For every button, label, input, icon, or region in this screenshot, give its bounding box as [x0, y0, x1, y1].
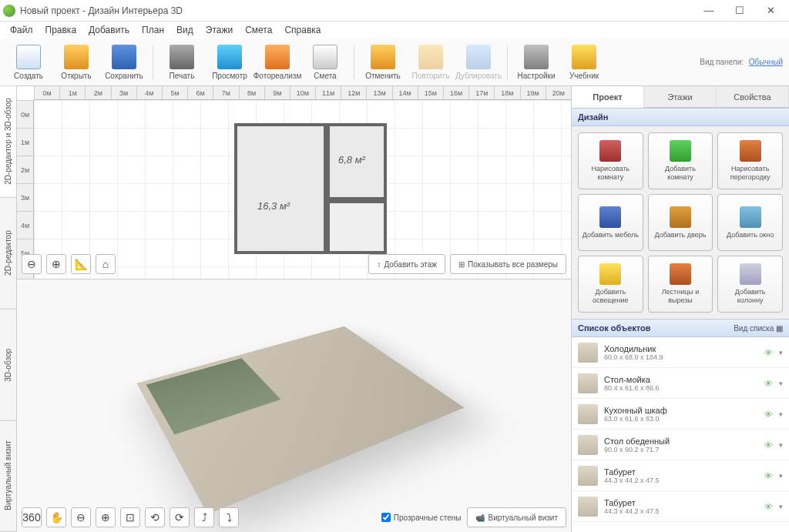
virtual-visit-button[interactable]: 📹 Виртуальный визит: [467, 507, 566, 527]
zoom-out-button[interactable]: ⊖: [22, 254, 42, 274]
floorplan[interactable]: 16,3 м² 6,8 м²: [234, 123, 388, 262]
view-3d[interactable]: 360 ✋ ⊖ ⊕ ⊡ ⟲ ⟳ ⤴ ⤵ Прозрачные стены 📹 В…: [17, 279, 571, 532]
list-item[interactable]: Стол обеденный90.0 x 90.2 x 71.7👁▾: [572, 430, 789, 460]
tab-virtual-visit[interactable]: Виртуальный визит: [0, 420, 16, 532]
visibility-icon[interactable]: 👁: [764, 471, 773, 480]
tilt-up-button[interactable]: ⤴: [194, 507, 214, 527]
estimate-icon: [313, 45, 337, 69]
print-icon: [170, 45, 194, 69]
tilt-down-button[interactable]: ⤵: [219, 507, 239, 527]
estimate-button[interactable]: Смета: [303, 43, 347, 82]
design-label: Нарисовать перегородку: [721, 165, 779, 182]
menu-estimate[interactable]: Смета: [240, 23, 277, 37]
undo-button[interactable]: Отменить: [361, 43, 405, 82]
design-btn-0[interactable]: Нарисовать комнату: [578, 132, 643, 189]
view-2d[interactable]: 0м1м2м3м4м5м6м7м8м9м10м11м12м13м14м15м16…: [17, 86, 571, 279]
design-btn-4[interactable]: Добавить дверь: [648, 194, 713, 251]
rotate-left-button[interactable]: ⟲: [145, 507, 165, 527]
tab-2d-editor[interactable]: 2D-редактор: [0, 198, 16, 309]
duplicate-button[interactable]: Дублировать: [456, 43, 501, 82]
tab-2d-3d-combined[interactable]: 2D-редактор и 3D-обзор: [0, 86, 16, 198]
pan-button[interactable]: ✋: [46, 507, 66, 527]
design-icon: [740, 140, 761, 162]
chevron-down-icon[interactable]: ▾: [779, 380, 783, 387]
create-button[interactable]: Создать: [6, 43, 51, 82]
preview-button[interactable]: Просмотр: [207, 43, 252, 82]
design-btn-7[interactable]: Лестницы и вырезы: [648, 256, 713, 313]
visibility-icon[interactable]: 👁: [764, 348, 773, 357]
chevron-down-icon[interactable]: ▾: [779, 472, 783, 480]
room-3[interactable]: [327, 200, 387, 254]
rotate-right-button[interactable]: ⟳: [170, 507, 190, 527]
zoom-out-3d-button[interactable]: ⊖: [71, 507, 91, 527]
settings-button[interactable]: Настройки: [514, 43, 559, 82]
menu-plan[interactable]: План: [136, 23, 170, 37]
design-label: Добавить дверь: [655, 231, 707, 239]
fit-button[interactable]: ⊡: [120, 507, 140, 527]
home-button[interactable]: ⌂: [96, 254, 116, 274]
room-1[interactable]: [234, 123, 327, 254]
design-label: Лестницы и вырезы: [652, 288, 710, 305]
transparent-walls-checkbox[interactable]: Прозрачные стены: [381, 513, 462, 522]
design-btn-8[interactable]: Добавить колонну: [717, 256, 783, 313]
undo-icon: [371, 45, 395, 69]
visibility-icon[interactable]: 👁: [764, 502, 773, 511]
add-floor-button[interactable]: ↕ Добавить этаж: [368, 254, 445, 274]
minimize-button[interactable]: —: [693, 0, 724, 22]
object-size: 60.0 x 68.0 x 184.9: [604, 353, 758, 361]
chevron-down-icon[interactable]: ▾: [779, 410, 783, 418]
open-button[interactable]: Открыть: [54, 43, 99, 82]
panel-view-link[interactable]: Обычный: [749, 58, 783, 66]
menu-add[interactable]: Добавить: [83, 23, 135, 37]
zoom-in-3d-button[interactable]: ⊕: [96, 507, 116, 527]
print-button[interactable]: Печать: [159, 43, 204, 82]
design-btn-3[interactable]: Добавить мебель: [578, 194, 643, 251]
menu-view[interactable]: Вид: [171, 23, 199, 37]
list-item[interactable]: Табурет44.3 x 44.2 x 47.5👁▾: [572, 460, 789, 491]
menu-help[interactable]: Справка: [279, 23, 326, 37]
object-size: 44.3 x 44.2 x 47.5: [604, 507, 758, 515]
design-icon: [599, 140, 621, 162]
photorealism-button[interactable]: Фотореализм: [255, 43, 300, 82]
menu-file[interactable]: Файл: [5, 23, 39, 37]
rotate-360-button[interactable]: 360: [22, 507, 42, 527]
list-view-toggle[interactable]: Вид списка ▦: [734, 324, 783, 333]
design-btn-6[interactable]: Добавить освещение: [578, 256, 643, 313]
measure-button[interactable]: 📐: [71, 254, 91, 274]
redo-button[interactable]: Повторить: [408, 43, 453, 82]
visibility-icon[interactable]: 👁: [764, 440, 773, 450]
tab-3d-view[interactable]: 3D-обзор: [0, 309, 16, 421]
design-icon: [599, 206, 621, 228]
maximize-button[interactable]: ☐: [724, 0, 755, 22]
object-thumbnail: [578, 343, 598, 363]
visibility-icon[interactable]: 👁: [764, 410, 773, 419]
tab-project[interactable]: Проект: [572, 86, 644, 108]
save-button[interactable]: Сохранить: [102, 43, 146, 82]
gear-icon: [524, 45, 549, 69]
design-label: Нарисовать комнату: [582, 165, 640, 182]
design-btn-1[interactable]: Добавить комнату: [648, 132, 713, 189]
window-title: Новый проект - Дизайн Интерьера 3D: [20, 5, 693, 16]
design-btn-2[interactable]: Нарисовать перегородку: [717, 132, 783, 189]
render-3d-canvas[interactable]: [136, 326, 464, 514]
chevron-down-icon[interactable]: ▾: [779, 349, 783, 356]
menu-floors[interactable]: Этажи: [200, 23, 238, 37]
chevron-down-icon[interactable]: ▾: [779, 441, 783, 449]
visibility-icon[interactable]: 👁: [764, 379, 773, 388]
grid-canvas[interactable]: 16,3 м² 6,8 м²: [34, 100, 571, 279]
chevron-down-icon[interactable]: ▾: [779, 503, 783, 510]
tab-properties[interactable]: Свойства: [717, 86, 789, 107]
tab-floors[interactable]: Этажи: [644, 86, 717, 107]
show-dimensions-button[interactable]: ⊞ Показывать все размеры: [450, 254, 566, 274]
design-btn-5[interactable]: Добавить окно: [717, 194, 783, 251]
object-name: Стол обеденный: [604, 437, 758, 446]
list-item[interactable]: Стол-мойка80.4 x 61.6 x 86.6👁▾: [572, 368, 789, 399]
list-item[interactable]: Табурет44.3 x 44.2 x 47.5👁▾: [572, 491, 789, 522]
tutorial-button[interactable]: Учебник: [562, 43, 606, 82]
menu-edit[interactable]: Правка: [40, 23, 82, 37]
list-item[interactable]: Холодильник60.0 x 68.0 x 184.9👁▾: [572, 337, 789, 368]
zoom-in-button[interactable]: ⊕: [46, 254, 66, 274]
list-item[interactable]: Кухонный шкаф63.0 x 61.6 x 83.0👁▾: [572, 399, 789, 430]
object-name: Холодильник: [604, 344, 758, 353]
close-button[interactable]: ✕: [755, 0, 786, 22]
